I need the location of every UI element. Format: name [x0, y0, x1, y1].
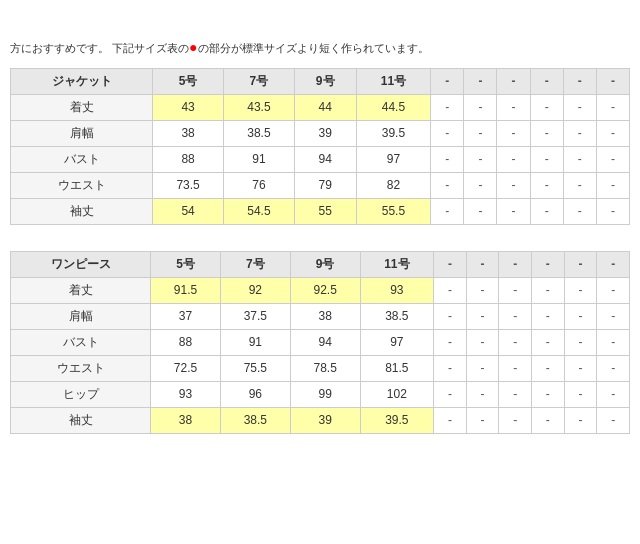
cell-5-1: 38.5: [220, 407, 290, 433]
cell-4-3: 55.5: [356, 198, 431, 224]
cell-4-6: -: [497, 198, 530, 224]
size-header-2: 9号: [294, 68, 356, 94]
size-header-8: -: [563, 68, 596, 94]
cell-1-5: -: [464, 120, 497, 146]
table-row: 袖丈5454.55555.5------: [11, 198, 630, 224]
size-header-4: -: [434, 251, 467, 277]
jacket-section: ジャケット5号7号9号11号------着丈4343.54444.5------…: [10, 68, 630, 225]
cell-2-2: 94: [290, 329, 360, 355]
table-row: 着丈91.59292.593------: [11, 277, 630, 303]
cell-4-1: 96: [220, 381, 290, 407]
size-header-4: -: [431, 68, 464, 94]
size-header-9: -: [596, 68, 629, 94]
table-row: バスト88919497------: [11, 329, 630, 355]
size-header-3: 11号: [360, 251, 434, 277]
cell-2-0: 88: [151, 329, 221, 355]
table-category-header: ジャケット: [11, 68, 153, 94]
cell-3-8: -: [564, 355, 597, 381]
cell-5-9: -: [597, 407, 630, 433]
cell-1-5: -: [466, 303, 499, 329]
cell-3-3: 82: [356, 172, 431, 198]
size-header-2: 9号: [290, 251, 360, 277]
cell-2-8: -: [563, 146, 596, 172]
cell-4-0: 93: [151, 381, 221, 407]
cell-1-3: 38.5: [360, 303, 434, 329]
table-row: 袖丈3838.53939.5------: [11, 407, 630, 433]
cell-4-8: -: [564, 381, 597, 407]
table-row: 肩幅3838.53939.5------: [11, 120, 630, 146]
cell-2-8: -: [564, 329, 597, 355]
row-label: ヒップ: [11, 381, 151, 407]
size-header-0: 5号: [153, 68, 224, 94]
cell-4-3: 102: [360, 381, 434, 407]
cell-1-6: -: [499, 303, 532, 329]
cell-4-2: 99: [290, 381, 360, 407]
cell-3-3: 81.5: [360, 355, 434, 381]
cell-3-2: 78.5: [290, 355, 360, 381]
table-row: ヒップ939699102------: [11, 381, 630, 407]
cell-3-5: -: [464, 172, 497, 198]
cell-5-2: 39: [290, 407, 360, 433]
cell-1-3: 39.5: [356, 120, 431, 146]
cell-1-4: -: [434, 303, 467, 329]
cell-5-0: 38: [151, 407, 221, 433]
cell-3-1: 75.5: [220, 355, 290, 381]
row-label: 着丈: [11, 277, 151, 303]
cell-2-1: 91: [224, 146, 295, 172]
cell-0-3: 93: [360, 277, 434, 303]
cell-1-9: -: [597, 303, 630, 329]
row-label: 袖丈: [11, 407, 151, 433]
cell-3-9: -: [596, 172, 629, 198]
cell-4-0: 54: [153, 198, 224, 224]
cell-4-5: -: [464, 198, 497, 224]
cell-5-7: -: [532, 407, 565, 433]
cell-2-4: -: [434, 329, 467, 355]
cell-4-4: -: [434, 381, 467, 407]
size-header-1: 7号: [220, 251, 290, 277]
cell-5-3: 39.5: [360, 407, 434, 433]
section-gap: [10, 241, 630, 251]
row-label: バスト: [11, 329, 151, 355]
cell-2-1: 91: [220, 329, 290, 355]
cell-0-6: -: [499, 277, 532, 303]
cell-0-5: -: [464, 94, 497, 120]
size-header-5: -: [466, 251, 499, 277]
cell-0-1: 92: [220, 277, 290, 303]
cell-2-9: -: [597, 329, 630, 355]
cell-1-7: -: [532, 303, 565, 329]
cell-3-7: -: [532, 355, 565, 381]
cell-2-5: -: [466, 329, 499, 355]
size-header-5: -: [464, 68, 497, 94]
cell-0-8: -: [564, 277, 597, 303]
description: 方におすすめです。 下記サイズ表の●の部分が標準サイズより短く作られています。: [10, 18, 630, 58]
cell-0-1: 43.5: [224, 94, 295, 120]
size-header-3: 11号: [356, 68, 431, 94]
cell-4-1: 54.5: [224, 198, 295, 224]
size-header-7: -: [530, 68, 563, 94]
cell-1-2: 39: [294, 120, 356, 146]
cell-0-2: 44: [294, 94, 356, 120]
cell-1-7: -: [530, 120, 563, 146]
cell-3-0: 72.5: [151, 355, 221, 381]
onepiece-table: ワンピース5号7号9号11号------着丈91.59292.593------…: [10, 251, 630, 434]
row-label: 肩幅: [11, 303, 151, 329]
cell-0-3: 44.5: [356, 94, 431, 120]
cell-1-1: 38.5: [224, 120, 295, 146]
cell-3-2: 79: [294, 172, 356, 198]
cell-2-3: 97: [356, 146, 431, 172]
cell-4-6: -: [499, 381, 532, 407]
cell-4-9: -: [596, 198, 629, 224]
cell-0-8: -: [563, 94, 596, 120]
cell-5-4: -: [434, 407, 467, 433]
cell-0-6: -: [497, 94, 530, 120]
cell-1-2: 38: [290, 303, 360, 329]
cell-0-7: -: [530, 94, 563, 120]
cell-5-5: -: [466, 407, 499, 433]
cell-4-5: -: [466, 381, 499, 407]
cell-4-4: -: [431, 198, 464, 224]
cell-0-9: -: [596, 94, 629, 120]
cell-3-4: -: [434, 355, 467, 381]
row-label: ウエスト: [11, 355, 151, 381]
cell-5-6: -: [499, 407, 532, 433]
cell-4-7: -: [532, 381, 565, 407]
